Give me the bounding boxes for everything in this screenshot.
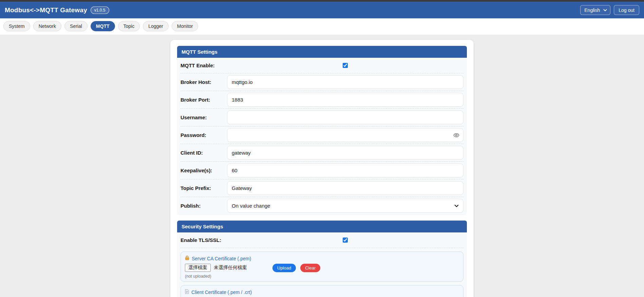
checkbox-cell <box>227 238 463 243</box>
form-row-tls-enable: Enable TLS/SSL: <box>181 232 463 248</box>
field-cell: On value change <box>227 199 463 213</box>
broker-port-input[interactable] <box>227 93 463 107</box>
file-input[interactable]: 選擇檔案 未選擇任何檔案 <box>185 264 247 272</box>
topic-prefix-input[interactable] <box>227 181 463 195</box>
field-cell <box>227 110 463 124</box>
tab-serial[interactable]: Serial <box>64 21 88 31</box>
app-title: Modbus<->MQTT Gateway <box>5 6 87 14</box>
form-row-broker-port: Broker Port: <box>181 91 463 109</box>
checkbox-cell <box>227 63 463 68</box>
mqtt-settings-header: MQTT Settings <box>177 46 467 58</box>
file-status-text: 未選擇任何檔案 <box>214 265 247 271</box>
field-cell <box>227 93 463 107</box>
client-id-input[interactable] <box>227 146 463 160</box>
document-icon <box>185 289 189 295</box>
tab-monitor[interactable]: Monitor <box>172 21 198 31</box>
security-settings-body: Enable TLS/SSL: Server C <box>177 232 467 297</box>
tab-network[interactable]: Network <box>33 21 61 31</box>
cert-title: Client Certificate (.pem / .crt) <box>191 290 252 295</box>
language-select-wrapper: English <box>580 5 610 15</box>
form-row-client-id: Client ID: <box>181 144 463 162</box>
form-row-password: Password: <box>181 126 463 144</box>
mqtt-settings-body: MQTT Enable: Broker Host: Broker Port: <box>177 58 467 215</box>
version-badge: v1.0.5 <box>91 6 109 14</box>
cert-block-server-ca: Server CA Certificate (.pem) 選擇檔案 未選擇任何檔… <box>181 251 463 282</box>
cert-action-buttons: Upload Clear <box>272 263 320 272</box>
upload-button[interactable]: Upload <box>272 264 296 272</box>
field-label: MQTT Enable: <box>181 63 227 68</box>
mqtt-settings-panel: MQTT Settings MQTT Enable: Broker Host: … <box>177 46 467 215</box>
cert-title: Server CA Certificate (.pem) <box>192 256 251 261</box>
form-row-topic-prefix: Topic Prefix: <box>181 179 463 197</box>
cert-block-client: Client Certificate (.pem / .crt) 選擇檔案 未選… <box>181 285 463 297</box>
form-row-keepalive: Keepalive(s): <box>181 162 463 179</box>
field-label: Topic Prefix: <box>181 185 227 191</box>
tab-system[interactable]: System <box>3 21 30 31</box>
field-label: Password: <box>181 132 227 138</box>
publish-select[interactable]: On value change <box>227 199 463 213</box>
form-row-username: Username: <box>181 109 463 126</box>
security-settings-header: Security Settings <box>177 221 467 232</box>
settings-card: MQTT Settings MQTT Enable: Broker Host: … <box>170 40 474 297</box>
security-settings-panel: Security Settings Enable TLS/SSL: <box>177 221 467 297</box>
field-cell <box>227 75 463 89</box>
password-input[interactable] <box>227 128 463 142</box>
broker-host-input[interactable] <box>227 75 463 89</box>
form-row-publish: Publish: On value change <box>181 197 463 214</box>
logout-button[interactable]: Log out <box>614 5 639 15</box>
tab-mqtt[interactable]: MQTT <box>91 21 115 31</box>
field-label: Enable TLS/SSL: <box>181 237 227 243</box>
tabbar: System Network Serial MQTT Topic Logger … <box>0 18 644 35</box>
field-label: Client ID: <box>181 150 227 156</box>
field-cell <box>227 163 463 177</box>
cert-title-row: Client Certificate (.pem / .crt) <box>185 289 459 295</box>
field-label: Publish: <box>181 203 227 209</box>
tls-enable-checkbox[interactable] <box>343 238 348 243</box>
field-cell <box>227 146 463 160</box>
appbar-actions: English Log out <box>580 5 639 15</box>
language-select[interactable]: English <box>580 5 610 15</box>
tab-topic[interactable]: Topic <box>118 21 140 31</box>
content-area: MQTT Settings MQTT Enable: Broker Host: … <box>0 35 644 297</box>
field-cell <box>227 181 463 195</box>
field-label: Broker Port: <box>181 97 227 103</box>
tab-logger[interactable]: Logger <box>143 21 169 31</box>
eye-icon[interactable] <box>453 132 459 138</box>
keepalive-input[interactable] <box>227 163 463 177</box>
choose-file-button[interactable]: 選擇檔案 <box>185 264 211 272</box>
field-label: Broker Host: <box>181 79 227 85</box>
cert-file-row: 選擇檔案 未選擇任何檔案 Upload Clear <box>185 263 459 272</box>
field-label: Username: <box>181 115 227 120</box>
appbar: Modbus<->MQTT Gateway v1.0.5 English Log… <box>0 2 644 18</box>
username-input[interactable] <box>227 110 463 124</box>
field-label: Keepalive(s): <box>181 168 227 173</box>
field-cell <box>227 128 463 142</box>
not-uploaded-note: (not uploaded) <box>185 274 459 279</box>
clear-button[interactable]: Clear <box>300 264 320 272</box>
form-row-broker-host: Broker Host: <box>181 73 463 91</box>
cert-title-row: Server CA Certificate (.pem) <box>185 256 459 261</box>
form-row-mqtt-enable: MQTT Enable: <box>181 58 463 73</box>
mqtt-enable-checkbox[interactable] <box>343 63 348 68</box>
lock-icon <box>185 256 189 261</box>
